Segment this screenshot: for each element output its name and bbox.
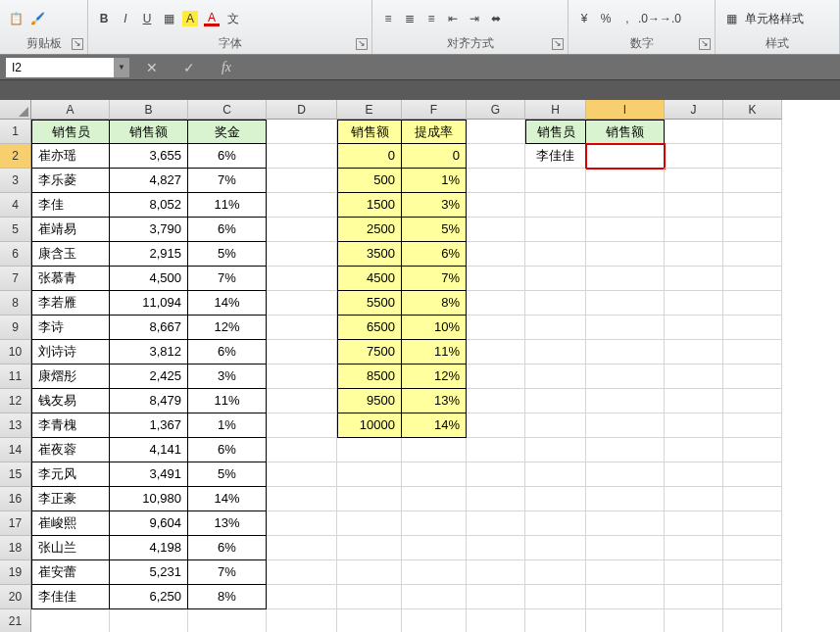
cell[interactable]: 3500	[337, 242, 402, 267]
cell[interactable]	[467, 169, 525, 193]
cell[interactable]: 6,250	[110, 585, 188, 609]
cell[interactable]	[467, 609, 525, 632]
cell[interactable]: 14%	[188, 291, 267, 316]
cell[interactable]	[723, 218, 782, 242]
cell[interactable]	[665, 120, 723, 144]
font-color-icon[interactable]: A	[204, 11, 220, 26]
cell[interactable]: 7%	[402, 267, 467, 291]
cell[interactable]	[337, 487, 402, 511]
col-header[interactable]: H	[525, 100, 586, 120]
underline-icon[interactable]: U	[139, 11, 155, 26]
cell[interactable]: 5%	[188, 242, 267, 267]
cell[interactable]	[267, 560, 337, 585]
cell[interactable]	[337, 536, 402, 560]
cell[interactable]	[665, 389, 723, 413]
cell[interactable]	[586, 413, 665, 438]
cell[interactable]	[402, 511, 467, 536]
cell[interactable]	[267, 487, 337, 511]
cell[interactable]	[467, 365, 525, 389]
merge-cells-icon[interactable]: ⬌	[488, 11, 504, 26]
cell[interactable]	[337, 438, 402, 462]
cell[interactable]: 11,094	[110, 291, 188, 316]
cell[interactable]	[586, 316, 665, 340]
worksheet[interactable]: A B C D E F G H I J K 1销售员销售额奖金销售额提成率销售员…	[0, 100, 840, 632]
italic-icon[interactable]: I	[118, 11, 133, 26]
fx-icon[interactable]: fx	[212, 58, 241, 77]
cell[interactable]	[467, 218, 525, 242]
cell[interactable]	[586, 169, 665, 193]
cell[interactable]	[267, 267, 337, 291]
cell[interactable]	[525, 193, 586, 218]
cell[interactable]: 6500	[337, 316, 402, 340]
cell[interactable]	[31, 609, 110, 632]
name-box-dropdown[interactable]: ▼	[114, 58, 129, 77]
cell[interactable]	[337, 560, 402, 585]
cell[interactable]: 3%	[402, 193, 467, 218]
cell[interactable]: 5%	[402, 218, 467, 242]
cell[interactable]: 14%	[402, 413, 467, 438]
cell[interactable]: 销售员	[525, 120, 586, 144]
cell[interactable]	[267, 389, 337, 413]
row-header[interactable]: 13	[0, 413, 31, 438]
cell[interactable]	[723, 560, 782, 585]
cell[interactable]	[267, 120, 337, 144]
cell[interactable]	[337, 462, 402, 487]
cell[interactable]	[467, 413, 525, 438]
row-header[interactable]: 14	[0, 438, 31, 462]
cell[interactable]	[525, 267, 586, 291]
cell[interactable]: 12%	[402, 365, 467, 389]
cell[interactable]	[665, 242, 723, 267]
cell[interactable]	[723, 267, 782, 291]
cell[interactable]: 3,812	[110, 340, 188, 365]
cell[interactable]	[723, 365, 782, 389]
cell[interactable]: 3,491	[110, 462, 188, 487]
cell[interactable]: 2500	[337, 218, 402, 242]
cell[interactable]	[267, 218, 337, 242]
cell[interactable]: 李若雁	[31, 291, 110, 316]
cell[interactable]	[337, 585, 402, 609]
cell[interactable]	[467, 389, 525, 413]
dialog-launcher-number[interactable]: ↘	[699, 38, 711, 50]
cell[interactable]: 6%	[188, 438, 267, 462]
cell[interactable]	[586, 511, 665, 536]
cell[interactable]	[586, 242, 665, 267]
cell[interactable]: 8%	[188, 585, 267, 609]
cell[interactable]: 张慕青	[31, 267, 110, 291]
cell[interactable]	[267, 609, 337, 632]
cell[interactable]	[467, 560, 525, 585]
cell[interactable]	[467, 120, 525, 144]
cell[interactable]: 李佳佳	[31, 585, 110, 609]
col-header[interactable]: J	[665, 100, 723, 120]
row-header[interactable]: 7	[0, 267, 31, 291]
row-header[interactable]: 2	[0, 144, 31, 169]
cell[interactable]: 6%	[188, 218, 267, 242]
row-header[interactable]: 21	[0, 609, 31, 632]
cell[interactable]	[586, 585, 665, 609]
name-box[interactable]: I2	[6, 58, 114, 77]
cell[interactable]	[586, 193, 665, 218]
row-header[interactable]: 10	[0, 340, 31, 365]
cell[interactable]	[723, 291, 782, 316]
cell[interactable]: 奖金	[188, 120, 267, 144]
cell[interactable]: 0	[402, 144, 467, 169]
cell[interactable]	[723, 462, 782, 487]
cell[interactable]: 12%	[188, 316, 267, 340]
cell[interactable]	[525, 585, 586, 609]
cell[interactable]: 4500	[337, 267, 402, 291]
row-header[interactable]: 12	[0, 389, 31, 413]
cell[interactable]	[467, 193, 525, 218]
comma-icon[interactable]: ,	[619, 11, 635, 26]
cell[interactable]: 崔亦瑶	[31, 144, 110, 169]
row-header[interactable]: 18	[0, 536, 31, 560]
indent-increase-icon[interactable]: ⇥	[467, 11, 482, 26]
cell[interactable]	[665, 193, 723, 218]
cell[interactable]	[723, 536, 782, 560]
row-header[interactable]: 5	[0, 218, 31, 242]
col-header[interactable]: E	[337, 100, 402, 120]
border-icon[interactable]: ▦	[161, 11, 176, 26]
cell[interactable]	[665, 585, 723, 609]
cell[interactable]	[665, 511, 723, 536]
cell[interactable]	[665, 340, 723, 365]
cell[interactable]	[267, 536, 337, 560]
cell[interactable]: 10000	[337, 413, 402, 438]
